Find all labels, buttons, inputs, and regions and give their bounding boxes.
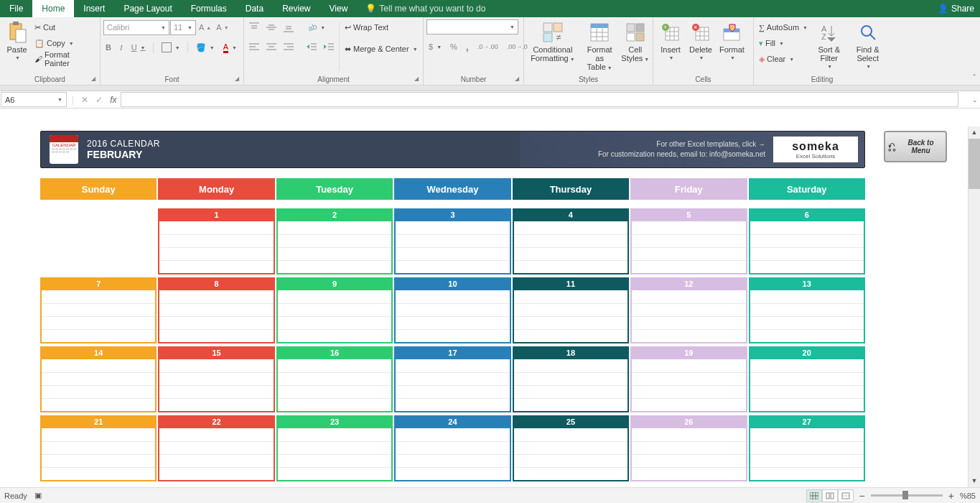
calendar-day-cell[interactable]: 16 [276,346,393,412]
align-middle-button[interactable] [264,19,279,35]
increase-decimal-button[interactable]: .0→.00 [475,39,500,55]
font-name-select[interactable]: Calibri▼ [103,20,169,35]
increase-font-button[interactable]: A▲ [197,19,213,35]
vertical-scrollbar[interactable]: ▲ ▼ [968,126,980,487]
calendar-day-cell[interactable]: 18 [513,346,629,412]
day-body[interactable] [158,359,274,412]
calendar-day-cell[interactable]: 20 [749,346,865,412]
border-button[interactable]: ▼ [159,40,182,55]
calendar-day-cell[interactable]: 24 [394,415,510,481]
share-button[interactable]: 👤 Share [938,0,974,17]
scroll-track[interactable] [969,139,980,475]
zoom-level[interactable]: %85 [960,492,976,500]
calendar-day-cell[interactable]: 13 [749,277,865,343]
collapse-ribbon-button[interactable]: ˆ [973,73,976,82]
day-body[interactable] [749,290,865,343]
scroll-thumb[interactable] [969,139,980,189]
scroll-up-button[interactable]: ▲ [969,126,980,139]
sort-filter-button[interactable]: AZ Sort & Filter▼ [811,19,846,70]
align-top-button[interactable] [247,19,261,35]
day-body[interactable] [749,359,865,412]
calendar-day-cell[interactable]: 17 [394,346,510,412]
day-body[interactable] [513,359,629,412]
name-box[interactable]: A6▼ [1,92,67,107]
find-select-button[interactable]: Find & Select▼ [848,19,887,70]
calendar-day-cell[interactable]: 27 [749,415,865,481]
macro-record-icon[interactable]: ▣ [34,491,42,500]
align-bottom-button[interactable] [281,19,296,35]
calendar-day-cell[interactable]: 14 [40,346,157,412]
calendar-day-cell[interactable]: 26 [630,415,747,481]
day-body[interactable] [276,428,393,481]
scroll-down-button[interactable]: ▼ [969,475,980,487]
align-right-button[interactable] [281,40,296,55]
font-size-select[interactable]: 11▼ [170,20,196,35]
tab-insert[interactable]: Insert [74,0,114,17]
calendar-day-cell[interactable]: 2 [276,208,393,274]
calendar-day-cell[interactable]: 5 [630,208,747,274]
dialog-launcher-icon[interactable]: ◢ [515,75,519,82]
calendar-day-cell[interactable]: 1 [158,208,274,274]
tab-data[interactable]: Data [236,0,273,17]
font-color-button[interactable]: A▼ [221,40,239,55]
day-body[interactable] [394,290,510,343]
calendar-day-cell[interactable]: 22 [158,415,274,481]
calendar-day-cell[interactable]: 15 [158,346,274,412]
calendar-day-cell[interactable] [40,208,157,274]
calendar-day-cell[interactable]: 4 [513,208,629,274]
align-left-button[interactable] [247,40,261,55]
spreadsheet-area[interactable]: CALENDAR 2016 CALENDAR FEBRUARY For othe… [0,126,980,487]
number-format-select[interactable]: ▼ [426,19,518,34]
day-body[interactable] [394,221,510,274]
dialog-launcher-icon[interactable]: ◢ [414,75,419,82]
dialog-launcher-icon[interactable]: ◢ [91,75,95,82]
decrease-font-button[interactable]: A▼ [214,19,230,35]
day-body[interactable] [630,359,747,412]
day-body[interactable] [276,359,393,412]
day-body[interactable] [158,290,274,343]
align-center-button[interactable] [264,40,279,55]
zoom-out-button[interactable]: − [859,490,865,502]
clear-button[interactable]: ◈Clear▼ [757,51,810,67]
accounting-format-button[interactable]: $▼ [426,39,444,55]
day-body[interactable] [276,290,393,343]
day-body[interactable] [630,221,747,274]
format-cells-button[interactable]: Format▼ [717,19,747,62]
paste-button[interactable]: Paste ▼ [3,19,31,62]
format-painter-button[interactable]: 🖌Format Painter [32,51,97,67]
day-body[interactable] [40,359,157,412]
day-body[interactable] [630,428,747,481]
delete-cells-button[interactable]: × Delete▼ [686,19,715,62]
day-body[interactable] [513,221,629,274]
page-break-view-button[interactable] [838,489,854,502]
expand-formula-bar-button[interactable]: ⌄ [970,96,980,103]
tab-formulas[interactable]: Formulas [182,0,236,17]
calendar-day-cell[interactable]: 12 [630,277,747,343]
cut-button[interactable]: ✂Cut [32,19,97,35]
formula-bar[interactable] [121,92,958,107]
someka-logo[interactable]: someka Excel Solutions [773,136,859,163]
calendar-day-cell[interactable]: 3 [394,208,510,274]
tab-review[interactable]: Review [273,0,319,17]
bold-button[interactable]: B [103,40,113,55]
calendar-day-cell[interactable]: 23 [276,415,393,481]
back-to-menu-button[interactable]: ⎌ Back to Menu [884,131,947,162]
fill-color-button[interactable]: 🪣▼ [194,40,217,55]
tab-page-layout[interactable]: Page Layout [114,0,181,17]
day-body[interactable] [394,428,510,481]
tab-file[interactable]: File [0,0,32,17]
zoom-slider[interactable] [871,494,943,497]
calendar-day-cell[interactable]: 7 [40,277,157,343]
fx-icon[interactable]: fx [110,95,116,105]
cancel-icon[interactable]: ✕ [81,95,88,105]
tab-home[interactable]: Home [32,0,74,17]
enter-icon[interactable]: ✓ [95,95,103,105]
cell-styles-button[interactable]: Cell Styles▼ [621,19,650,64]
orientation-button[interactable]: ab▼ [306,19,327,35]
day-body[interactable] [749,221,865,274]
increase-indent-button[interactable] [322,40,336,55]
decrease-indent-button[interactable] [304,40,319,55]
calendar-day-cell[interactable]: 10 [394,277,510,343]
calendar-day-cell[interactable]: 9 [276,277,393,343]
wrap-text-button[interactable]: ↩Wrap Text [342,19,420,35]
